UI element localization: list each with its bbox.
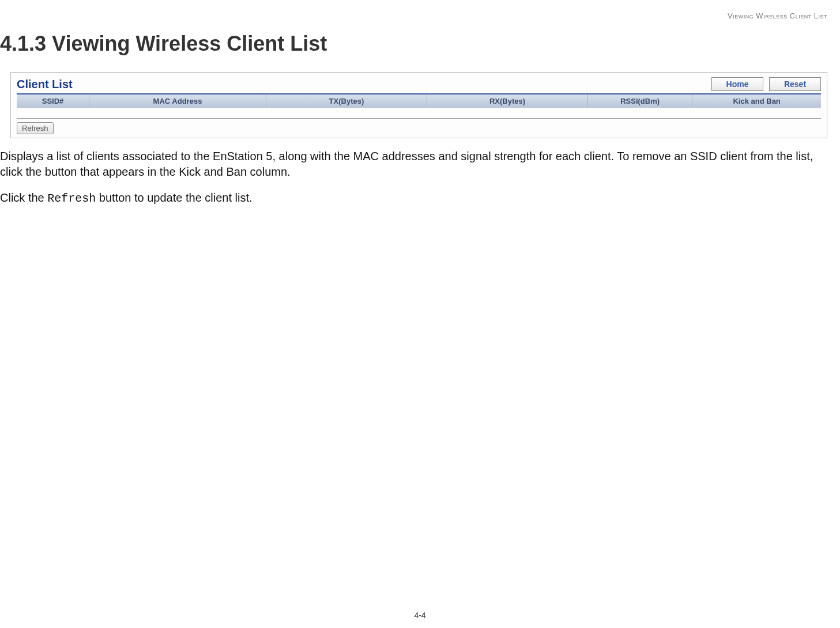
col-tx: TX(Bytes) <box>266 94 427 108</box>
description-para-2: Click the Refresh button to update the c… <box>0 190 827 206</box>
page-number: 4-4 <box>414 611 425 620</box>
col-rssi: RSSI(dBm) <box>587 94 692 108</box>
col-kick: Kick and Ban <box>692 94 821 108</box>
panel-title: Client List <box>17 78 73 91</box>
client-list-panel: Client List Home Reset SSID# MAC Address… <box>10 72 827 138</box>
col-rx: RX(Bytes) <box>427 94 587 108</box>
client-table: SSID# MAC Address TX(Bytes) RX(Bytes) RS… <box>17 94 821 108</box>
table-underline <box>17 118 821 119</box>
section-heading: 4.1.3 Viewing Wireless Client List <box>0 32 840 56</box>
col-ssid: SSID# <box>17 94 89 108</box>
refresh-button[interactable]: Refresh <box>17 122 54 134</box>
home-button[interactable]: Home <box>711 77 763 91</box>
description-para-1: Displays a list of clients associated to… <box>0 149 827 180</box>
col-mac: MAC Address <box>89 94 266 108</box>
para2-prefix: Click the <box>0 191 47 204</box>
panel-header-row: Client List Home Reset <box>17 77 821 93</box>
reset-button[interactable]: Reset <box>769 77 821 91</box>
table-header-row: SSID# MAC Address TX(Bytes) RX(Bytes) RS… <box>17 94 821 108</box>
para2-suffix: button to update the client list. <box>96 191 252 204</box>
refresh-code-text: Refresh <box>47 192 96 205</box>
panel-buttons: Home Reset <box>711 77 821 91</box>
running-head: Viewing Wireless Client List <box>728 12 827 20</box>
